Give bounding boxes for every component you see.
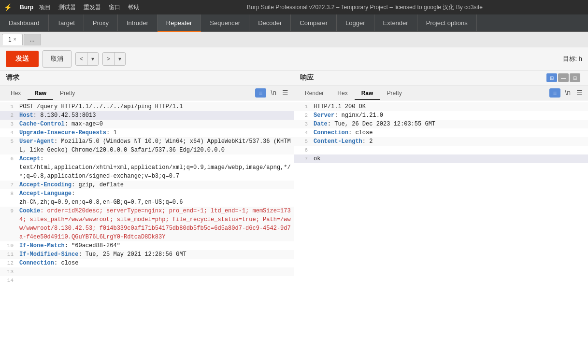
table-row: 1POST /query HTTP/1.1/../../../api/ping … [0, 102, 294, 111]
cancel-button[interactable]: 取消 [43, 50, 72, 68]
request-pretty-toggle[interactable]: ≡ [255, 88, 267, 98]
nav-tab-project-options[interactable]: Project options [417, 14, 477, 31]
nav-tab-extender[interactable]: Extender [374, 14, 417, 31]
table-row: 3Date: Tue, 26 Dec 2023 12:03:55 GMT [294, 120, 588, 128]
nav-tabs: DashboardTargetProxyIntruderRepeaterSequ… [0, 14, 588, 32]
menu-item-项目[interactable]: 项目 [39, 3, 51, 12]
nav-tab-proxy[interactable]: Proxy [84, 14, 118, 31]
response-tab-pretty[interactable]: Pretty [380, 87, 408, 100]
send-button[interactable]: 发送 [6, 51, 39, 67]
response-menu-icon[interactable]: ☰ [575, 89, 584, 97]
table-row: 6 [294, 146, 588, 154]
menu-item-窗口[interactable]: 窗口 [109, 3, 120, 12]
layout-icon-minus-small[interactable]: ⊟ [570, 73, 580, 82]
table-row: 4Connection: close [294, 128, 588, 137]
table-row: 11If-Modified-Since: Tue, 25 May 2021 12… [0, 250, 294, 259]
response-code-area[interactable]: 1HTTP/1.1 200 OK2Server: nginx/1.21.03Da… [294, 100, 588, 364]
title-bar: ⚡ Burp 项目测试器重发器窗口帮助 Burp Suite Professio… [0, 0, 588, 14]
request-tab-raw[interactable]: Raw [28, 87, 53, 100]
layout-icons: ⊞—⊟ [546, 73, 580, 82]
nav-tab-logger[interactable]: Logger [337, 14, 374, 31]
target-label: 目标: h [563, 55, 582, 63]
response-tab-render[interactable]: Render [298, 87, 330, 100]
response-tab-strip: RenderHexRawPretty ≡ \n ☰ [294, 85, 588, 100]
response-header: 响应 ⊞—⊟ [294, 70, 588, 85]
burp-logo-icon: ⚡ [4, 3, 12, 11]
table-row: 4Upgrade-Insecure-Requests: 1 [0, 128, 294, 137]
response-header-label: 响应 [300, 73, 314, 82]
response-pretty-toggle[interactable]: ≡ [549, 88, 561, 98]
table-row: 1HTTP/1.1 200 OK [294, 102, 588, 111]
app-name[interactable]: Burp [20, 4, 33, 11]
next-button[interactable]: > [103, 53, 115, 65]
nav-tab-repeater[interactable]: Repeater [158, 14, 201, 32]
response-tab-actions: ≡ \n ☰ [549, 88, 584, 99]
sub-tab-...[interactable]: ... [24, 34, 41, 45]
sub-tab-close-1[interactable]: × [14, 37, 16, 42]
request-tab-pretty[interactable]: Pretty [53, 87, 82, 100]
nav-tab-sequencer[interactable]: Sequencer [201, 14, 249, 31]
nav-tab-intruder[interactable]: Intruder [118, 14, 158, 31]
response-tab-raw[interactable]: Raw [355, 87, 380, 100]
prev-nav-group: < ▾ [75, 52, 99, 66]
request-wrap-icon[interactable]: \n [269, 89, 278, 97]
response-wrap-icon[interactable]: \n [563, 89, 572, 97]
request-tab-hex[interactable]: Hex [4, 87, 28, 100]
nav-tab-target[interactable]: Target [49, 14, 84, 31]
request-panel: 请求 HexRawPretty ≡ \n ☰ 1POST /query HTTP… [0, 70, 294, 364]
main-content: 请求 HexRawPretty ≡ \n ☰ 1POST /query HTTP… [0, 70, 588, 364]
table-row: 8Accept-Language: zh-CN,zh;q=0.9,en;q=0.… [0, 189, 294, 207]
table-row: 12Connection: close [0, 259, 294, 267]
table-row: 9Cookie: order=id%20desc; serverType=ngi… [0, 207, 294, 241]
layout-icon-minus[interactable]: — [558, 73, 569, 82]
table-row: 7Accept-Encoding: gzip, deflate [0, 181, 294, 189]
response-tab-hex[interactable]: Hex [330, 87, 354, 100]
request-tab-strip: HexRawPretty ≡ \n ☰ [0, 85, 294, 100]
table-row: 2Host: 8.130.42.53:8013 [0, 111, 294, 120]
table-row: 5Content-Length: 2 [294, 137, 588, 146]
table-row: 14 [0, 276, 294, 285]
table-row: 3Cache-Control: max-age=0 [0, 120, 294, 128]
table-row: 2Server: nginx/1.21.0 [294, 111, 588, 120]
table-row: 7ok [294, 154, 588, 163]
table-row: 13 [0, 267, 294, 276]
layout-icon-split-h[interactable]: ⊞ [546, 73, 557, 82]
menu-item-重发器[interactable]: 重发器 [84, 3, 101, 12]
toolbar: 发送 取消 < ▾ > ▾ 目标: h [0, 47, 588, 70]
response-panel: 响应 ⊞—⊟ RenderHexRawPretty ≡ \n ☰ 1HTTP/1… [294, 70, 588, 364]
table-row: 6Accept: text/html,application/xhtml+xml… [0, 154, 294, 181]
next-drop-button[interactable]: ▾ [115, 53, 125, 65]
nav-tab-comparer[interactable]: Comparer [291, 14, 337, 31]
menu-item-测试器[interactable]: 测试器 [58, 3, 76, 12]
next-nav-group: > ▾ [102, 52, 126, 66]
menu-item-帮助[interactable]: 帮助 [128, 3, 140, 12]
request-menu-icon[interactable]: ☰ [281, 89, 290, 97]
prev-drop-button[interactable]: ▾ [87, 53, 98, 65]
sub-tab-bar: 1 ×... [0, 32, 588, 47]
sub-tab-1[interactable]: 1 × [2, 34, 23, 45]
nav-tab-dashboard[interactable]: Dashboard [0, 14, 49, 31]
nav-tab-decoder[interactable]: Decoder [249, 14, 291, 31]
window-title: Burp Suite Professional v2022.3.2 – Temp… [145, 3, 584, 12]
request-tab-actions: ≡ \n ☰ [255, 88, 290, 99]
table-row: 5User-Agent: Mozilla/5.0 (Windows NT 10.… [0, 137, 294, 154]
menu-bar: 项目测试器重发器窗口帮助 [39, 3, 140, 12]
table-row: 10If-None-Match: "60aced88-264" [0, 241, 294, 250]
request-header: 请求 [0, 70, 294, 85]
request-code-area[interactable]: 1POST /query HTTP/1.1/../../../api/ping … [0, 100, 294, 364]
prev-button[interactable]: < [76, 53, 87, 65]
